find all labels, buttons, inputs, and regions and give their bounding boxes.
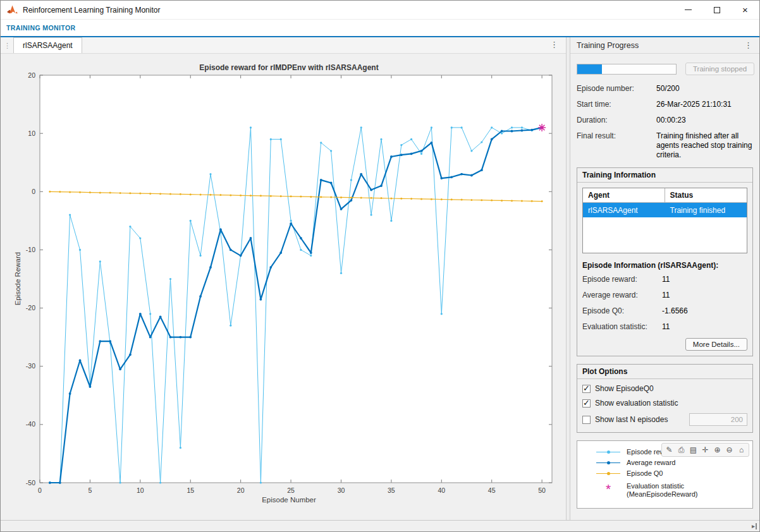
field-value: 11 <box>662 322 747 332</box>
svg-text:0: 0 <box>32 188 35 195</box>
field-value: 26-Mar-2025 21:10:31 <box>656 100 753 109</box>
start-time-field: Start time: 26-Mar-2025 21:10:31 <box>577 100 753 109</box>
svg-text:20: 20 <box>28 71 35 79</box>
ribbon-bar: TRAINING MONITOR <box>1 20 759 37</box>
svg-text:5: 5 <box>88 487 92 494</box>
legend-label: Evaluation statistic (MeanEpisodeReward) <box>627 482 698 499</box>
svg-text:10: 10 <box>137 487 144 494</box>
svg-text:20: 20 <box>237 487 245 494</box>
chart-column: ⋮ rlSARSAAgent ⋮ Episode reward for rlMD… <box>1 37 566 520</box>
field-value: -1.6566 <box>662 306 747 316</box>
y-axis-label: Episode Reward <box>14 252 21 305</box>
table-header-agent: Agent <box>583 188 665 202</box>
field-label: Average reward: <box>582 291 662 300</box>
field-label: Episode number: <box>577 84 656 94</box>
duration-field: Duration: 00:00:23 <box>577 116 753 125</box>
doc-tab-label: rlSARSAAgent <box>23 41 73 50</box>
print-icon[interactable]: ⎙ <box>675 444 687 456</box>
checkbox-label: Show evaluation statistic <box>595 399 678 408</box>
matlab-logo-icon <box>6 4 18 16</box>
checkbox-show-last-n-episodes[interactable] <box>582 416 591 424</box>
svg-text:-40: -40 <box>26 420 35 428</box>
status-cell: Training finished <box>665 203 747 217</box>
home-icon[interactable]: ⌂ <box>735 444 747 456</box>
show-last-n-episodes-option: Show last N episodes <box>582 413 747 426</box>
field-label: Duration: <box>577 116 656 125</box>
field-value: Training finished after all agents reach… <box>656 131 753 160</box>
legend-line-episode-reward <box>595 449 622 456</box>
table-row-rlsarsaagent[interactable]: rlSARSAAgent Training finished <box>583 203 747 217</box>
expand-statusbar-icon[interactable]: ▸ <box>752 523 757 529</box>
agent-cell: rlSARSAAgent <box>583 203 665 217</box>
svg-text:50: 50 <box>538 487 546 494</box>
panel-body: Training stopped Episode number: 50/200 … <box>570 54 759 520</box>
axes-toolbar: ✎ ⎙ ▤ ✛ ⊕ ⊖ ⌂ <box>661 443 749 457</box>
agent-status-table: Agent Status rlSARSAAgent Training finis… <box>582 188 747 253</box>
last-n-episodes-input[interactable] <box>689 413 747 426</box>
legend-item-episode-q0: Episode Q0 <box>595 468 752 479</box>
svg-text:0: 0 <box>38 487 42 494</box>
legend-line-average-reward <box>595 459 622 467</box>
svg-text:-50: -50 <box>26 479 35 487</box>
episode-reward-field: Episode reward: 11 <box>582 275 747 284</box>
svg-text:40: 40 <box>438 487 445 494</box>
app-window: Reinforcement Learning Training Monitor … <box>0 0 760 532</box>
evaluation-statistic-field: Evaluation statistic: 11 <box>582 322 747 332</box>
close-button[interactable]: × <box>731 1 759 19</box>
checkbox-show-episode-q0[interactable] <box>582 385 591 393</box>
legend-item-average-reward: Average reward <box>595 457 752 468</box>
field-label: Episode reward: <box>582 275 662 284</box>
svg-text:30: 30 <box>338 487 345 494</box>
document-tab-strip: ⋮ rlSARSAAgent ⋮ <box>1 37 566 54</box>
plot-canvas[interactable]: 05101520253035404550-50-40-30-20-1001020 <box>1 54 566 520</box>
field-label: Final result: <box>577 131 656 160</box>
legend-panel: ✎ ⎙ ▤ ✛ ⊕ ⊖ ⌂ Episode reward Avera <box>577 440 753 509</box>
pan-icon[interactable]: ✛ <box>699 444 711 456</box>
title-bar: Reinforcement Learning Training Monitor … <box>1 1 759 20</box>
average-reward-field: Average reward: 11 <box>582 291 747 300</box>
svg-text:-30: -30 <box>26 362 35 370</box>
show-episode-q0-option: Show EpisodeQ0 <box>582 384 747 393</box>
show-evaluation-statistic-option: Show evaluation statistic <box>582 399 747 408</box>
tab-overflow-icon[interactable]: ⋮ <box>548 40 561 49</box>
svg-text:-20: -20 <box>26 304 35 311</box>
field-label: Start time: <box>577 100 656 109</box>
episode-info-title: Episode Information (rlSARSAAgent): <box>582 261 747 270</box>
minimize-icon <box>685 9 692 10</box>
main-area: ⋮ rlSARSAAgent ⋮ Episode reward for rlMD… <box>1 37 759 520</box>
checkbox-show-evaluation-statistic[interactable] <box>582 399 591 408</box>
doc-tab-rlsarsaagent[interactable]: rlSARSAAgent <box>13 37 82 53</box>
training-stopped-button[interactable]: Training stopped <box>685 63 754 75</box>
training-information-section: Training Information Agent Status rlSARS… <box>577 167 753 356</box>
panel-menu-icon[interactable]: ⋮ <box>742 40 754 50</box>
copy-icon[interactable]: ▤ <box>687 444 699 456</box>
table-header-row: Agent Status <box>583 188 747 203</box>
checkbox-label: Show EpisodeQ0 <box>595 384 654 393</box>
maximize-button[interactable] <box>702 1 731 19</box>
zoom-in-icon[interactable]: ⊕ <box>711 444 723 456</box>
panel-splitter[interactable] <box>566 37 570 520</box>
brush-icon[interactable]: ✎ <box>663 444 675 456</box>
panel-title: Training Progress <box>577 41 742 50</box>
drag-grip-icon[interactable]: ⋮ <box>1 42 13 53</box>
checkbox-label: Show last N episodes <box>595 415 668 424</box>
section-title: Training Information <box>577 168 752 183</box>
section-title: Plot Options <box>577 365 752 379</box>
window-title: Reinforcement Learning Training Monitor <box>23 6 674 15</box>
zoom-out-icon[interactable]: ⊖ <box>723 444 735 456</box>
progress-fields: Episode number: 50/200 Start time: 26-Ma… <box>577 84 753 160</box>
table-header-status: Status <box>665 188 747 202</box>
final-result-field: Final result: Training finished after al… <box>577 131 753 160</box>
field-label: Evaluation statistic: <box>582 322 662 332</box>
svg-text:45: 45 <box>488 487 496 494</box>
ribbon-tab-training-monitor[interactable]: TRAINING MONITOR <box>6 24 75 32</box>
window-controls: × <box>674 1 759 19</box>
more-details-button[interactable]: More Details... <box>685 338 747 351</box>
legend-label: Average reward <box>627 459 675 467</box>
progress-fill <box>577 64 602 74</box>
field-value: 11 <box>662 291 747 300</box>
field-value: 50/200 <box>656 84 753 94</box>
svg-text:25: 25 <box>287 487 295 494</box>
plot-options-section: Plot Options Show EpisodeQ0 Show evaluat… <box>577 364 753 433</box>
minimize-button[interactable] <box>674 1 702 19</box>
